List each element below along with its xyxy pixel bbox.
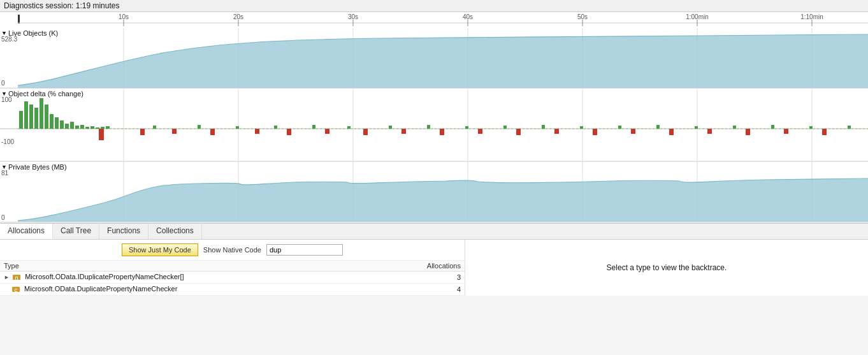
tab-collections[interactable]: Collections [148, 224, 202, 239]
type-column-header: Type [0, 261, 380, 272]
svg-rect-33 [19, 111, 23, 129]
svg-rect-70 [822, 129, 827, 135]
search-input[interactable] [266, 244, 343, 256]
svg-rect-50 [106, 126, 110, 129]
svg-rect-54 [210, 129, 215, 135]
svg-rect-71 [153, 126, 156, 129]
toolbar: Show Just My Code Show Native Code [0, 240, 465, 261]
svg-rect-77 [389, 126, 392, 129]
tab-call-tree[interactable]: Call Tree [53, 224, 99, 239]
type-cell: C Microsoft.OData.DuplicatePropertyNameC… [0, 284, 380, 296]
tab-bar: Allocations Call Tree Functions Collecti… [0, 224, 868, 240]
table-row[interactable]: ► [] Microsoft.OData.IDuplicatePropertyN… [0, 272, 465, 284]
tab-functions[interactable]: Functions [99, 224, 148, 239]
svg-rect-75 [312, 125, 315, 129]
allocations-value: 3 [380, 272, 465, 284]
show-just-my-code-button[interactable]: Show Just My Code [122, 243, 198, 256]
array-icon: [] [12, 273, 21, 282]
svg-rect-73 [236, 126, 239, 129]
svg-text:10s: 10s [119, 13, 129, 20]
svg-rect-82 [580, 126, 583, 129]
svg-text:20s: 20s [233, 13, 243, 20]
svg-rect-35 [29, 105, 33, 129]
left-panel: Show Just My Code Show Native Code Type … [0, 240, 465, 296]
table-row[interactable]: C Microsoft.OData.DuplicatePropertyNameC… [0, 284, 465, 296]
show-native-code-button[interactable]: Show Native Code [203, 246, 261, 254]
svg-rect-69 [784, 129, 788, 134]
right-panel: Select a type to view the backtrace. [465, 240, 868, 296]
svg-rect-79 [465, 126, 468, 129]
svg-rect-81 [542, 125, 545, 129]
svg-rect-76 [347, 126, 351, 129]
main-content: Show Just My Code Show Native Code Type … [0, 240, 868, 296]
allocations-table: Type Allocations ► [] Microso [0, 261, 465, 296]
svg-rect-60 [440, 129, 444, 135]
session-title: Diagnostics session: 1:19 minutes [4, 1, 119, 10]
live-objects-label: ▼ Live Objects (K) [1, 29, 58, 37]
live-objects-chart: ▼ Live Objects (K) 528.3 0 [0, 28, 868, 89]
svg-rect-40 [55, 117, 59, 129]
svg-text:40s: 40s [463, 13, 473, 20]
svg-rect-66 [669, 129, 674, 135]
private-bytes-svg [0, 162, 868, 222]
svg-rect-68 [746, 129, 750, 135]
diagnostics-header: Diagnostics session: 1:19 minutes [0, 0, 868, 12]
svg-text:50s: 50s [577, 13, 588, 20]
svg-rect-53 [172, 129, 177, 134]
svg-rect-65 [631, 129, 635, 134]
svg-rect-48 [96, 127, 99, 129]
svg-rect-61 [478, 129, 482, 134]
svg-rect-37 [40, 98, 43, 129]
private-bytes-chart: ▼ Private Bytes (MB) 81 0 [0, 162, 868, 222]
svg-rect-55 [255, 129, 259, 134]
object-delta-chart: ▼ Object delta (% change) 100 -100 [0, 89, 868, 162]
svg-rect-57 [325, 129, 329, 134]
class-icon: C [11, 285, 20, 294]
svg-rect-39 [50, 114, 54, 129]
tab-allocations[interactable]: Allocations [0, 224, 53, 239]
svg-text:C: C [14, 288, 17, 293]
svg-rect-88 [809, 126, 813, 129]
svg-rect-51 [99, 129, 104, 140]
svg-rect-80 [503, 126, 507, 129]
allocations-value: 4 [380, 284, 465, 296]
svg-rect-38 [45, 105, 48, 129]
type-name: Microsoft.OData.IDuplicatePropertyNameCh… [25, 273, 184, 280]
svg-rect-42 [65, 124, 69, 129]
svg-rect-52 [140, 129, 145, 135]
live-objects-svg [0, 28, 868, 89]
svg-rect-44 [75, 126, 79, 129]
svg-rect-56 [287, 129, 291, 135]
svg-rect-74 [274, 126, 277, 129]
svg-rect-43 [70, 122, 74, 129]
svg-rect-86 [733, 126, 736, 129]
svg-rect-49 [101, 127, 105, 129]
bottom-panel: Allocations Call Tree Functions Collecti… [0, 223, 868, 296]
svg-rect-84 [656, 125, 660, 129]
svg-rect-83 [618, 126, 621, 129]
cursor-marker [18, 15, 20, 24]
svg-rect-87 [771, 125, 774, 129]
private-bytes-label: ▼ Private Bytes (MB) [1, 163, 67, 171]
timeline-area: 10s @ 14.3%, 20s @ 27.5%, 30s @ 40.7%, 4… [0, 12, 868, 223]
live-objects-ymin: 0 [1, 80, 5, 87]
object-delta-ymin: -100 [1, 138, 14, 145]
object-delta-svg [0, 89, 868, 162]
svg-rect-58 [363, 129, 368, 135]
type-name: Microsoft.OData.DuplicatePropertyNameChe… [24, 285, 177, 293]
svg-rect-47 [90, 126, 94, 129]
svg-rect-45 [80, 125, 84, 129]
backtrace-hint: Select a type to view the backtrace. [607, 263, 727, 272]
svg-rect-63 [554, 129, 559, 134]
svg-rect-64 [593, 129, 597, 135]
svg-rect-36 [34, 108, 38, 129]
svg-rect-34 [24, 101, 28, 129]
svg-text:30s: 30s [348, 13, 358, 20]
object-delta-label: ▼ Object delta (% change) [1, 90, 83, 98]
svg-text:1:00min: 1:00min [686, 13, 709, 20]
svg-text:[]: [] [15, 276, 18, 281]
timeline-ruler: 10s @ 14.3%, 20s @ 27.5%, 30s @ 40.7%, 4… [0, 12, 868, 26]
svg-text:1:10min: 1:10min [800, 13, 823, 20]
svg-rect-67 [707, 129, 712, 134]
expand-arrow[interactable]: ► [4, 274, 10, 280]
